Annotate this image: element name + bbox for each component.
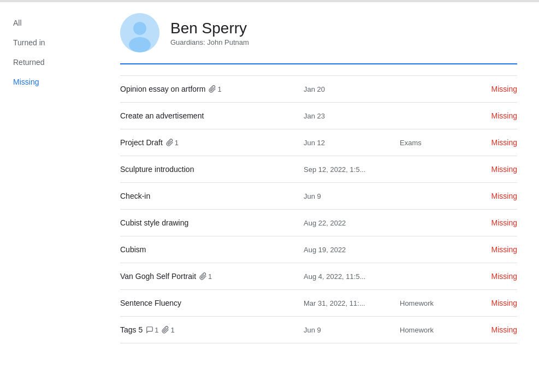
assignment-row[interactable]: Sentence FluencyMar 31, 2022, 11:...Home… (120, 290, 517, 317)
assignment-row[interactable]: Check-inJun 9Missing (120, 183, 517, 210)
assignment-status: Missing (474, 111, 517, 120)
assignment-status: Missing (474, 299, 517, 307)
profile-header: Ben Sperry Guardians: John Putnam (120, 13, 517, 64)
profile-name: Ben Sperry (170, 20, 249, 37)
assignment-name: Create an advertisement (120, 111, 295, 120)
svg-point-2 (129, 37, 151, 52)
sidebar: AllTurned inReturnedMissing (0, 2, 98, 392)
assignment-name: Sentence Fluency (120, 299, 295, 307)
assignment-status: Missing (474, 192, 517, 200)
assignment-date: Mar 31, 2022, 11:... (304, 299, 391, 307)
assignment-category: Exams (400, 139, 465, 147)
profile-info: Ben Sperry Guardians: John Putnam (170, 20, 249, 46)
assignment-name: Project Draft 1 (120, 138, 295, 147)
assignment-name: Van Gogh Self Portrait 1 (120, 272, 295, 281)
attachment-icon: 1 (199, 272, 212, 281)
assignment-date: Jan 23 (304, 112, 391, 120)
assignment-row[interactable]: CubismAug 19, 2022Missing (120, 236, 517, 263)
assignment-date: Jun 12 (304, 139, 391, 147)
assignment-date: Aug 22, 2022 (304, 219, 391, 227)
assignment-name: Cubism (120, 245, 295, 254)
assignment-row[interactable]: Van Gogh Self Portrait 1Aug 4, 2022, 11:… (120, 263, 517, 290)
sidebar-item-missing[interactable]: Missing (0, 72, 92, 92)
assignment-date: Jun 9 (304, 326, 391, 334)
assignment-status: Missing (474, 245, 517, 254)
assignment-category: Homework (400, 326, 465, 334)
assignment-status: Missing (474, 325, 517, 334)
attachment-icon: 1 (162, 326, 174, 334)
sidebar-item-all[interactable]: All (0, 13, 92, 33)
assignment-status: Missing (474, 218, 517, 227)
assignment-name: Check-in (120, 192, 295, 200)
attachment-icon: 1 (166, 139, 179, 147)
assignment-row[interactable]: Project Draft 1Jun 12ExamsMissing (120, 129, 517, 156)
assignment-row[interactable]: Create an advertisementJan 23Missing (120, 103, 517, 129)
attachment-icon: 1 (209, 85, 221, 93)
assignment-row[interactable]: Tags 5 1 1Jun 9HomeworkMissing (120, 317, 517, 343)
assignment-date: Sep 12, 2022, 1:5... (304, 165, 391, 174)
profile-guardian: Guardians: John Putnam (170, 38, 249, 46)
sidebar-item-returned[interactable]: Returned (0, 52, 92, 72)
assignment-date: Aug 4, 2022, 11:5... (304, 272, 391, 281)
assignment-category: Homework (400, 299, 465, 307)
assignment-name: Tags 5 1 1 (120, 325, 295, 334)
assignment-row[interactable]: Cubist style drawingAug 22, 2022Missing (120, 210, 517, 236)
assignment-name: Opinion essay on artform 1 (120, 85, 295, 93)
assignment-row[interactable]: Sculpture introductionSep 12, 2022, 1:5.… (120, 156, 517, 183)
assignment-status: Missing (474, 138, 517, 147)
assignment-date: Aug 19, 2022 (304, 246, 391, 254)
assignment-date: Jun 9 (304, 192, 391, 200)
assignment-status: Missing (474, 272, 517, 281)
avatar (120, 13, 159, 52)
assignment-name: Sculpture introduction (120, 165, 295, 174)
main-content: Ben Sperry Guardians: John Putnam Opinio… (98, 2, 539, 392)
assignment-status: Missing (474, 85, 517, 93)
comment-icon: 1 (146, 326, 158, 334)
assignment-date: Jan 20 (304, 85, 391, 93)
assignment-row[interactable]: Opinion essay on artform 1Jan 20Missing (120, 75, 517, 103)
svg-point-1 (133, 22, 146, 35)
assignment-name: Cubist style drawing (120, 218, 295, 227)
assignment-status: Missing (474, 165, 517, 174)
sidebar-item-turned-in[interactable]: Turned in (0, 33, 92, 52)
assignment-list: Opinion essay on artform 1Jan 20MissingC… (120, 75, 517, 343)
